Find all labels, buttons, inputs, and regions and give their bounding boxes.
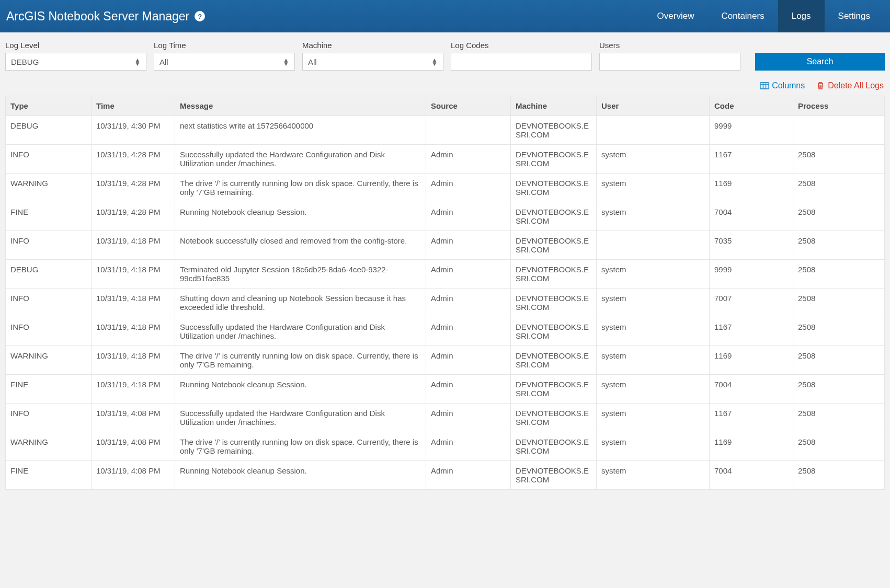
cell-message: Notebook successfully closed and removed… [175,231,426,260]
cell-process: 2508 [793,174,885,202]
cell-message: The drive '/' is currently running low o… [175,432,426,461]
cell-code: 7004 [710,202,793,231]
cell-machine: DEVNOTEBOOKS.ESRI.COM [511,346,597,375]
logs-table-wrap: Type Time Message Source Machine User Co… [5,96,885,490]
delete-all-label: Delete All Logs [828,81,884,90]
th-source[interactable]: Source [426,96,511,116]
cell-source: Admin [426,231,511,260]
cell-time: 10/31/19, 4:18 PM [92,317,175,346]
th-code[interactable]: Code [710,96,793,116]
search-button[interactable]: Search [755,53,885,71]
cell-process [793,116,885,145]
cell-type: INFO [6,145,92,174]
cell-user: system [597,317,710,346]
filter-machine: Machine All ▲▼ [302,41,443,71]
cell-source: Admin [426,375,511,403]
cell-machine: DEVNOTEBOOKS.ESRI.COM [511,145,597,174]
select-log-time[interactable]: All ▲▼ [154,53,295,71]
cell-source: Admin [426,145,511,174]
cell-type: WARNING [6,174,92,202]
filter-label-log-time: Log Time [154,41,295,50]
nav-logs[interactable]: Logs [778,0,825,32]
cell-type: FINE [6,461,92,490]
filter-bar: Log Level DEBUG ▲▼ Log Time All ▲▼ Machi… [0,32,890,78]
cell-time: 10/31/19, 4:30 PM [92,116,175,145]
cell-code: 9999 [710,260,793,289]
table-row: DEBUG10/31/19, 4:30 PMnext statistics wr… [6,116,885,145]
nav-overview[interactable]: Overview [644,0,708,32]
table-row: DEBUG10/31/19, 4:18 PMTerminated old Jup… [6,260,885,289]
cell-user: system [597,202,710,231]
cell-machine: DEVNOTEBOOKS.ESRI.COM [511,116,597,145]
cell-time: 10/31/19, 4:18 PM [92,289,175,317]
cell-code: 1167 [710,317,793,346]
top-nav: ArcGIS Notebook Server Manager ? Overvie… [0,0,890,32]
cell-message: Successfully updated the Hardware Config… [175,317,426,346]
select-log-level[interactable]: DEBUG ▲▼ [5,53,146,71]
cell-type: INFO [6,289,92,317]
cell-time: 10/31/19, 4:18 PM [92,375,175,403]
cell-process: 2508 [793,403,885,432]
cell-code: 1169 [710,432,793,461]
cell-machine: DEVNOTEBOOKS.ESRI.COM [511,403,597,432]
cell-type: DEBUG [6,260,92,289]
input-users[interactable] [599,53,740,71]
delete-all-link[interactable]: Delete All Logs [816,81,884,90]
cell-machine: DEVNOTEBOOKS.ESRI.COM [511,289,597,317]
cell-time: 10/31/19, 4:18 PM [92,346,175,375]
cell-user: system [597,260,710,289]
cell-process: 2508 [793,317,885,346]
nav-containers[interactable]: Containers [708,0,778,32]
cell-source: Admin [426,403,511,432]
cell-message: next statistics write at 1572566400000 [175,116,426,145]
cell-message: Running Notebook cleanup Session. [175,202,426,231]
cell-time: 10/31/19, 4:18 PM [92,231,175,260]
th-process[interactable]: Process [793,96,885,116]
cell-time: 10/31/19, 4:28 PM [92,174,175,202]
columns-label: Columns [772,81,805,90]
top-nav-right: Overview Containers Logs Settings [644,0,884,32]
filter-users: Users [599,41,740,71]
cell-time: 10/31/19, 4:08 PM [92,403,175,432]
cell-time: 10/31/19, 4:28 PM [92,202,175,231]
select-machine[interactable]: All ▲▼ [302,53,443,71]
cell-machine: DEVNOTEBOOKS.ESRI.COM [511,375,597,403]
nav-settings[interactable]: Settings [825,0,884,32]
cell-source: Admin [426,346,511,375]
cell-source [426,116,511,145]
cell-source: Admin [426,174,511,202]
columns-link[interactable]: Columns [760,81,805,90]
chevron-updown-icon: ▲▼ [431,58,438,65]
th-time[interactable]: Time [92,96,175,116]
th-type[interactable]: Type [6,96,92,116]
cell-type: DEBUG [6,116,92,145]
cell-time: 10/31/19, 4:18 PM [92,260,175,289]
th-message[interactable]: Message [175,96,426,116]
filter-label-log-level: Log Level [5,41,146,50]
th-user[interactable]: User [597,96,710,116]
logs-table-head: Type Time Message Source Machine User Co… [6,96,885,116]
cell-user: system [597,461,710,490]
chevron-updown-icon: ▲▼ [134,58,141,65]
cell-process: 2508 [793,260,885,289]
cell-time: 10/31/19, 4:08 PM [92,432,175,461]
svg-rect-0 [760,83,769,89]
table-row: INFO10/31/19, 4:18 PMSuccessfully update… [6,317,885,346]
table-row: INFO10/31/19, 4:28 PMSuccessfully update… [6,145,885,174]
cell-machine: DEVNOTEBOOKS.ESRI.COM [511,260,597,289]
cell-code: 7035 [710,231,793,260]
select-log-level-value: DEBUG [11,57,134,66]
cell-time: 10/31/19, 4:28 PM [92,145,175,174]
cell-message: Successfully updated the Hardware Config… [175,145,426,174]
actions-row: Columns Delete All Logs [0,78,890,96]
cell-user: system [597,289,710,317]
cell-code: 7004 [710,461,793,490]
cell-message: Running Notebook cleanup Session. [175,375,426,403]
help-icon[interactable]: ? [195,11,205,21]
table-row: INFO10/31/19, 4:18 PMNotebook successful… [6,231,885,260]
cell-source: Admin [426,202,511,231]
input-log-codes[interactable] [451,53,592,71]
th-machine[interactable]: Machine [511,96,597,116]
cell-code: 7007 [710,289,793,317]
cell-message: The drive '/' is currently running low o… [175,346,426,375]
